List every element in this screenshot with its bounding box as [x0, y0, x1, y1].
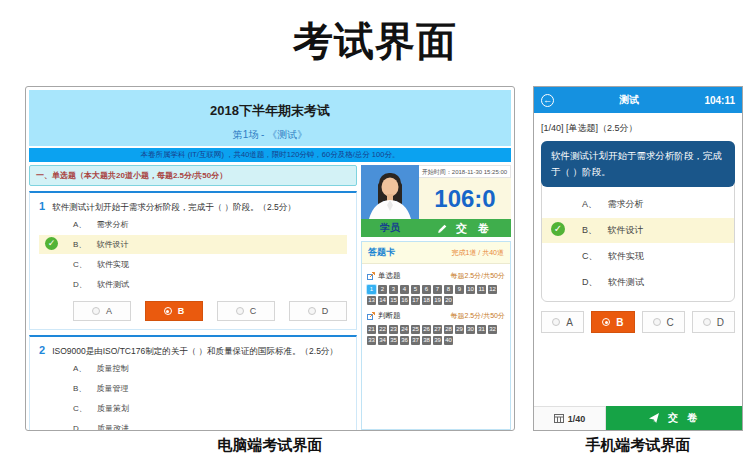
option-a[interactable]: ✓ A、 质量控制	[39, 359, 347, 378]
radio-icon	[703, 318, 711, 326]
question-number-1[interactable]: 1	[367, 285, 376, 294]
question-number-39[interactable]: 39	[433, 336, 442, 345]
option-c[interactable]: ✓ C、 软件实现	[542, 244, 734, 269]
option-text: 软件设计	[97, 240, 129, 249]
answer-button-c[interactable]: C	[217, 301, 275, 321]
answer-card: 答题卡 完成1道 / 共40道 单选题 每	[361, 241, 511, 430]
question-number-33[interactable]: 33	[367, 336, 376, 345]
answer-button-b[interactable]: B	[145, 301, 203, 321]
mobile-question-card: 软件测试计划开始于需求分析阶段，完成于（ ）阶段。 ✓ A、 需求分析 ✓ B、…	[541, 141, 735, 302]
exam-side-panel: 学员 开始时间：2018-11-30 15:25:00 106:0 交	[361, 165, 511, 431]
student-photo	[361, 165, 419, 219]
option-text: 软件测试	[97, 280, 129, 289]
back-icon[interactable]: ←	[541, 94, 554, 107]
answer-button-d[interactable]: D	[289, 301, 347, 321]
question-number-19[interactable]: 19	[433, 296, 442, 305]
answer-button-b[interactable]: B	[591, 311, 634, 333]
question-number-14[interactable]: 14	[378, 296, 387, 305]
question-number-34[interactable]: 34	[378, 336, 387, 345]
radio-icon	[602, 318, 610, 326]
check-icon: ✓	[45, 237, 58, 250]
question-number-27[interactable]: 27	[433, 325, 442, 334]
option-d[interactable]: ✓ D、 软件测试	[542, 270, 734, 295]
question-number-25[interactable]: 25	[411, 325, 420, 334]
question-number-40[interactable]: 40	[444, 336, 453, 345]
option-c[interactable]: ✓ C、 软件实现	[39, 255, 347, 274]
radio-icon	[308, 307, 316, 315]
question-number-6[interactable]: 6	[422, 285, 431, 294]
exam-title: 2018下半年期末考试	[29, 102, 511, 120]
section-label-single-choice: 单选题	[367, 271, 401, 281]
desktop-exam-panel: 2018下半年期末考试 第1场 - 《测试》 本卷所属学科 (IT/互联网) ，…	[25, 86, 515, 431]
answer-card-title: 答题卡	[368, 246, 395, 259]
start-time: 开始时间：2018-11-30 15:25:00	[419, 165, 511, 178]
exam-header: 2018下半年期末考试 第1场 - 《测试》	[29, 90, 511, 146]
question-number: 1	[39, 200, 45, 212]
submit-button[interactable]: 交 卷	[419, 219, 511, 237]
question-text: 软件测试计划开始于需求分析阶段，完成于（ ）阶段。	[541, 141, 735, 187]
question-number-37[interactable]: 37	[411, 336, 420, 345]
option-text: 需求分析	[97, 220, 129, 229]
option-text: 质量管理	[97, 384, 129, 393]
question-text: ISO9000是由ISO/TC176制定的关于（ ）和质量保证的国际标准。（2.…	[52, 346, 338, 358]
pencil-icon	[437, 223, 448, 234]
question-number-10[interactable]: 10	[466, 285, 475, 294]
question-number-20[interactable]: 20	[444, 296, 453, 305]
question-number-9[interactable]: 9	[455, 285, 464, 294]
answer-button-a[interactable]: A	[73, 301, 131, 321]
option-d[interactable]: ✓ D、 质量改进	[39, 419, 347, 431]
question-number-26[interactable]: 26	[422, 325, 431, 334]
submit-button[interactable]: 交 卷	[606, 406, 742, 430]
question-number-3[interactable]: 3	[389, 285, 398, 294]
question-text: 软件测试计划开始于需求分析阶段，完成于（ ）阶段。（2.5分）	[52, 202, 296, 214]
answer-card-progress: 完成1道 / 共40道	[451, 248, 504, 258]
question-number-38[interactable]: 38	[422, 336, 431, 345]
question-number-28[interactable]: 28	[444, 325, 453, 334]
question-number-11[interactable]: 11	[477, 285, 486, 294]
question-number-21[interactable]: 21	[367, 325, 376, 334]
countdown-timer: 106:0	[419, 178, 511, 219]
question-number-16[interactable]: 16	[400, 296, 409, 305]
question-number-32[interactable]: 32	[488, 325, 497, 334]
question-number-29[interactable]: 29	[455, 325, 464, 334]
option-b[interactable]: ✓ B、 软件设计	[39, 235, 347, 254]
option-c[interactable]: ✓ C、 质量策划	[39, 399, 347, 418]
question-card-2: 2 ISO9000是由ISO/TC176制定的关于（ ）和质量保证的国际标准。（…	[29, 335, 357, 431]
question-number-17[interactable]: 17	[411, 296, 420, 305]
answer-card-toggle[interactable]: 1/40	[534, 406, 606, 430]
question-number-36[interactable]: 36	[400, 336, 409, 345]
option-d[interactable]: ✓ D、 软件测试	[39, 275, 347, 294]
section-icon	[367, 312, 375, 320]
question-number-4[interactable]: 4	[400, 285, 409, 294]
question-number-31[interactable]: 31	[477, 325, 486, 334]
question-number-35[interactable]: 35	[389, 336, 398, 345]
section-icon	[367, 272, 375, 280]
question-number-15[interactable]: 15	[389, 296, 398, 305]
answer-button-a[interactable]: A	[541, 311, 584, 333]
mobile-header: ← 测试 104:11	[534, 87, 742, 113]
question-number-5[interactable]: 5	[411, 285, 420, 294]
question-number-18[interactable]: 18	[422, 296, 431, 305]
question-number-13[interactable]: 13	[367, 296, 376, 305]
grid-icon	[554, 414, 564, 423]
check-icon: ✓	[551, 222, 565, 236]
question-number-22[interactable]: 22	[378, 325, 387, 334]
question-number-2[interactable]: 2	[378, 285, 387, 294]
option-a[interactable]: ✓ A、 需求分析	[39, 215, 347, 234]
answer-button-d[interactable]: D	[692, 311, 735, 333]
option-b[interactable]: ✓ B、 质量管理	[39, 379, 347, 398]
question-number-30[interactable]: 30	[466, 325, 475, 334]
section-score: 每题2.5分/共50分	[451, 271, 505, 281]
question-number-7[interactable]: 7	[433, 285, 442, 294]
answer-button-c[interactable]: C	[642, 311, 685, 333]
option-text: 质量策划	[97, 404, 129, 413]
question-number-24[interactable]: 24	[400, 325, 409, 334]
question-number-8[interactable]: 8	[444, 285, 453, 294]
option-b[interactable]: ✓ B、 软件设计	[542, 218, 734, 243]
option-a[interactable]: ✓ A、 需求分析	[542, 192, 734, 217]
radio-icon	[164, 307, 172, 315]
question-number-23[interactable]: 23	[389, 325, 398, 334]
question-number-12[interactable]: 12	[488, 285, 497, 294]
question-meta: [1/40] [单选题]（2.5分）	[541, 122, 735, 135]
radio-icon	[236, 307, 244, 315]
